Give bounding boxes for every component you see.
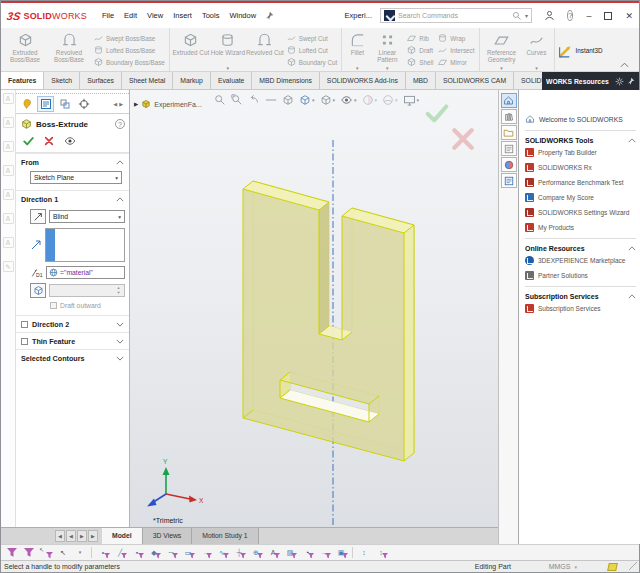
filter-cursor-button[interactable]: ↖ <box>38 546 54 560</box>
curves-button[interactable]: Curves ▾ <box>522 30 552 70</box>
annotation-style-icon[interactable]: A <box>3 237 14 248</box>
draft-button[interactable]: Draft <box>406 45 433 55</box>
tab-mbd-dimensions[interactable]: MBD Dimensions <box>252 72 320 89</box>
instant3d-button[interactable]: Instant3D <box>557 30 609 70</box>
menu-tools[interactable]: Tools <box>197 8 225 23</box>
filter-solid-bodies-button[interactable]: ◆ <box>146 546 162 560</box>
filter-connection-points-button[interactable]: → <box>316 546 332 560</box>
hide-show-items-button[interactable]: ▾ <box>340 94 357 106</box>
search-input[interactable] <box>398 12 509 19</box>
search-caret-icon[interactable]: ▾ <box>525 12 528 19</box>
filter-annotations-button[interactable]: A <box>265 546 281 560</box>
tab-features[interactable]: Features <box>1 72 44 89</box>
search-commands-box[interactable]: ▾ <box>380 8 532 23</box>
dropdown-caret-icon[interactable]: ▾ <box>386 65 389 71</box>
select-dropdown-button[interactable]: ▾ <box>72 546 88 560</box>
propertymanager-tab[interactable] <box>37 96 54 112</box>
configurationmanager-tab[interactable] <box>56 96 73 112</box>
resize-grip[interactable] <box>629 562 637 570</box>
revolved-boss-base-button[interactable]: Revolved Boss/Base <box>47 30 91 70</box>
help-icon[interactable]: ? <box>567 10 573 21</box>
filter-vertices-button[interactable]: • <box>95 546 111 560</box>
dimxpertmanager-tab[interactable] <box>75 96 92 112</box>
boundary-cut-button[interactable]: Boundary Cut <box>286 57 338 67</box>
ok-check-button[interactable] <box>22 135 35 147</box>
section-view-button[interactable] <box>265 94 277 106</box>
compare-my-score-link[interactable]: Compare My Score <box>525 193 636 202</box>
view-settings-button[interactable]: ▾ <box>403 95 420 106</box>
revolved-cut-button[interactable]: Revolved Cut <box>246 30 284 70</box>
menu-edit[interactable]: Edit <box>119 8 142 23</box>
confirm-cancel-overlay[interactable] <box>450 126 476 152</box>
lofted-boss-base-button[interactable]: Lofted Boss/Base <box>93 45 165 55</box>
annotation-style-icon[interactable]: A <box>3 93 14 104</box>
cancel-x-button[interactable] <box>44 136 54 146</box>
zoom-to-area-button[interactable] <box>231 94 243 106</box>
menu-insert[interactable]: Insert <box>168 8 197 23</box>
maximize-button[interactable] <box>604 12 612 20</box>
filter-surface-bodies-button[interactable]: ▣ <box>333 546 349 560</box>
welcome-to-solidworks-link[interactable]: Welcome to SOLIDWORKS <box>525 114 636 124</box>
tab-solidworks-cam[interactable]: SOLIDWORKS CAM <box>436 72 514 89</box>
design-library-tab[interactable] <box>501 109 517 124</box>
solidworks-tools-section-header[interactable]: SOLIDWORKS Tools <box>525 137 636 144</box>
ribbon-collapse-icon[interactable] <box>620 62 629 68</box>
confirm-ok-overlay[interactable] <box>420 100 454 126</box>
toggle-selection-filters-button[interactable] <box>4 546 20 560</box>
partner-solutions-link[interactable]: Partner Solutions <box>525 271 636 280</box>
dynamic-annotation-views-button[interactable] <box>282 94 294 106</box>
menu-pin-icon[interactable] <box>265 11 274 20</box>
hole-wizard-button[interactable]: Hole Wizard ▾ <box>210 30 246 70</box>
filter-hatches-button[interactable]: ▨ <box>282 546 298 560</box>
annotation-style-icon[interactable]: A <box>3 213 14 224</box>
annotation-style-icon[interactable]: A <box>3 141 14 152</box>
tab-3d-views[interactable]: 3D Views <box>143 528 193 544</box>
filter-edges-button[interactable]: ╱ <box>112 546 128 560</box>
filter-center-marks-button[interactable]: ⊕ <box>248 546 264 560</box>
swept-cut-button[interactable]: Swept Cut <box>286 33 338 43</box>
zoom-to-fit-button[interactable] <box>214 94 226 106</box>
lofted-cut-button[interactable]: Lofted Cut <box>286 45 338 55</box>
start-condition-dropdown[interactable]: Sketch Plane ▾ <box>30 171 122 184</box>
draft-outward-checkbox[interactable] <box>50 302 57 309</box>
reference-geometry-button[interactable]: Reference Geometry ▾ <box>482 30 522 70</box>
scroll-right-icon[interactable]: ▶ <box>119 101 125 107</box>
online-resources-section-header[interactable]: Online Resources <box>525 245 636 252</box>
from-section-header[interactable]: From <box>16 153 129 170</box>
tag-icon[interactable] <box>607 563 618 571</box>
clear-all-filters-button[interactable] <box>21 546 37 560</box>
solidworks-rx-link[interactable]: SOLIDWORKS Rx <box>525 163 636 172</box>
thin-feature-section-header[interactable]: Thin Feature <box>16 332 129 349</box>
slot-inner-face[interactable] <box>319 202 329 334</box>
preview-eye-button[interactable] <box>63 135 77 147</box>
subscription-services-section-header[interactable]: Subscription Services <box>525 293 636 300</box>
intersect-button[interactable]: Intersect <box>437 45 474 55</box>
depth-input-selected[interactable] <box>45 228 125 262</box>
filter-sketch-points-button[interactable]: ∙ <box>197 546 213 560</box>
scroll-left-icon[interactable]: ◀ <box>66 530 76 542</box>
filter-handle-points-button[interactable]: ↕ <box>373 546 389 560</box>
annotation-style-icon[interactable]: A <box>3 165 14 176</box>
previous-view-button[interactable] <box>248 94 260 106</box>
wrap-button[interactable]: Wrap <box>437 33 474 43</box>
format-painter-icon[interactable]: ✎ <box>3 261 14 272</box>
taskpane-pin-icon[interactable] <box>627 77 635 85</box>
scroll-last-icon[interactable]: ▶ <box>88 530 98 542</box>
my-products-link[interactable]: My Products <box>525 223 636 232</box>
fillet-button[interactable]: Fillet ▾ <box>344 30 370 70</box>
featuremanager-tree-tab[interactable] <box>18 96 35 112</box>
menu-file[interactable]: File <box>97 8 119 23</box>
graphics-viewport[interactable]: Y X ▶ ExperimenFa... ▾ ▾ ▾ ▾ ▾ ▾ <box>130 90 498 527</box>
menu-window[interactable]: Window <box>224 8 261 23</box>
rib-button[interactable]: Rib <box>406 33 433 43</box>
dropdown-caret-icon[interactable]: ▾ <box>227 65 230 71</box>
filter-planes-button[interactable]: ▭ <box>180 546 196 560</box>
appearances-scenes-tab[interactable] <box>501 157 517 172</box>
minimize-button[interactable]: – <box>586 11 591 21</box>
property-tab-builder-link[interactable]: Property Tab Builder <box>525 148 636 157</box>
tab-solidworks-add-ins[interactable]: SOLIDWORKS Add-Ins <box>320 72 406 89</box>
tab-markup[interactable]: Markup <box>173 72 211 89</box>
search-icon[interactable] <box>512 11 522 21</box>
annotation-style-icon[interactable]: A <box>3 189 14 200</box>
solidworks-settings-wizard-link[interactable]: SOLIDWORKS Settings Wizard <box>525 208 636 217</box>
